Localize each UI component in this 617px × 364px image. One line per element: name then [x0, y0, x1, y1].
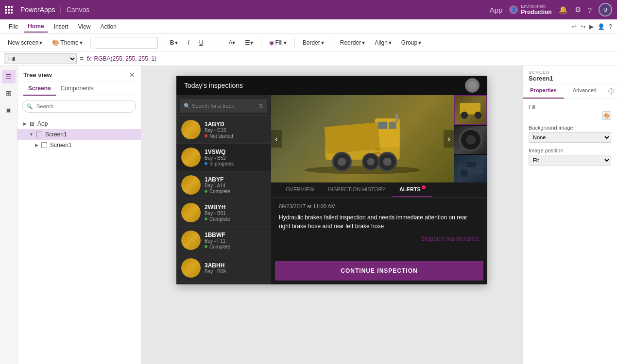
- image-position-select[interactable]: Fit: [529, 155, 611, 165]
- data-icon[interactable]: ⊞: [2, 86, 16, 100]
- bold-button[interactable]: B ▾: [166, 37, 182, 48]
- continue-inspection-button[interactable]: CONTINUE INSPECTION: [275, 261, 483, 281]
- prev-image-button[interactable]: ‹: [271, 130, 282, 148]
- menu-bar: File Home Insert View Action ↩ ↪ ▶ 👤 ?: [0, 19, 617, 34]
- truck-item-0[interactable]: 1ABYD Bay - C15 Not started: [176, 116, 271, 144]
- tab-components[interactable]: Components: [56, 82, 99, 96]
- waffle-icon[interactable]: [5, 6, 13, 14]
- truck-status-0: Not started: [205, 133, 266, 139]
- fill-button[interactable]: ◉ Fill▾: [265, 37, 290, 48]
- align-text-button[interactable]: ☰▾: [241, 37, 257, 48]
- menu-view[interactable]: View: [74, 21, 95, 32]
- group-button[interactable]: Group▾: [397, 37, 425, 48]
- app-label: App: [37, 120, 48, 127]
- group-label: Group: [401, 39, 417, 46]
- detail-panel: ‹ ›: [271, 95, 487, 284]
- undo-icon[interactable]: ↩: [572, 23, 577, 30]
- svg-point-19: [466, 135, 476, 145]
- truck-item-3[interactable]: 2WBYH Bay - B51 Complete: [176, 199, 271, 227]
- controls-icon[interactable]: ▣: [2, 103, 16, 116]
- background-image-select[interactable]: None: [529, 132, 611, 143]
- tree-search-input[interactable]: [22, 100, 136, 113]
- theme-label: Theme: [60, 39, 78, 46]
- status-text-3: Complete: [209, 216, 230, 222]
- fill-paint-icon[interactable]: 🎨: [602, 111, 611, 120]
- strikethrough-button[interactable]: —: [209, 37, 223, 48]
- right-panel-body: Fill 🎨 Background image None Image posit…: [523, 99, 617, 175]
- italic-button[interactable]: I: [184, 37, 193, 48]
- status-text-0: Not started: [209, 133, 233, 139]
- menu-file[interactable]: File: [5, 21, 22, 32]
- theme-button[interactable]: 🎨 Theme ▾: [48, 37, 86, 48]
- environment-block: 👤 Environment Production: [509, 4, 551, 16]
- svg-rect-12: [396, 113, 398, 121]
- truck-item-4[interactable]: 1BBWF Bay - F11 Complete: [176, 227, 271, 254]
- app-frame: Today's inspections 🔍 ⇅: [176, 76, 487, 284]
- truck-thumb-2: [181, 175, 201, 195]
- tree-items: ▶ ⊞ App ▼ Screen1 ▶ Screen1: [17, 116, 141, 364]
- font-input[interactable]: [95, 37, 158, 49]
- svg-rect-11: [389, 121, 396, 129]
- top-bar-right: App 👤 Environment Production 🔔 ⚙ ? U: [490, 3, 612, 17]
- canvas-label: Canvas: [67, 6, 89, 14]
- status-dot-2: [205, 190, 207, 193]
- truck-thumb-1: [181, 148, 201, 167]
- next-image-button[interactable]: ›: [444, 130, 454, 148]
- thumb-item-2[interactable]: [454, 155, 487, 182]
- font-size-button[interactable]: A▾: [224, 37, 239, 48]
- person-icon[interactable]: 👤: [598, 23, 605, 30]
- tree-item-screen1-parent[interactable]: ▼ Screen1: [17, 129, 141, 140]
- truck-info-3: 2WBYH Bay - B51 Complete: [205, 204, 266, 222]
- truck-item-5[interactable]: 3ABHH Bay - B09: [176, 254, 271, 282]
- redo-icon[interactable]: ↪: [581, 23, 585, 30]
- truck-id-0: 1ABYD: [205, 121, 266, 128]
- truck-search-input[interactable]: [180, 99, 267, 113]
- tab-alerts[interactable]: ALERTS: [393, 182, 432, 197]
- truck-item-2[interactable]: 1ABYF Bay - A14 Complete: [176, 171, 271, 199]
- tree-item-screen1-child[interactable]: ▶ Screen1: [17, 140, 141, 150]
- truck-item-1[interactable]: 1VSWQ Bay - B52 In progress: [176, 144, 271, 171]
- underline-button[interactable]: U: [195, 37, 207, 48]
- svg-point-9: [367, 158, 375, 165]
- tab-advanced[interactable]: Advanced: [564, 84, 605, 99]
- thumb-tire-img: [454, 126, 487, 153]
- menu-action[interactable]: Action: [97, 21, 120, 32]
- background-image-property: Background image None: [529, 125, 611, 143]
- thumb-item-1[interactable]: [454, 126, 487, 153]
- status-dot-4: [205, 245, 207, 248]
- new-screen-button[interactable]: New screen ▾: [4, 37, 46, 48]
- toolbar-separator-1: [90, 38, 91, 48]
- truck-list: 🔍 ⇅ 1ABYD Bay - C15 N: [176, 95, 271, 284]
- screen-name: Screen1: [529, 75, 611, 82]
- settings-icon[interactable]: ⚙: [575, 5, 581, 14]
- notification-icon[interactable]: 🔔: [559, 5, 568, 14]
- play-icon[interactable]: ▶: [589, 23, 594, 30]
- property-select[interactable]: Fill: [4, 53, 77, 64]
- tree-close-icon[interactable]: ✕: [129, 71, 135, 79]
- menu-home[interactable]: Home: [24, 21, 48, 33]
- right-panel-help[interactable]: ⓘ: [605, 84, 617, 99]
- truck-status-4: Complete: [205, 244, 266, 249]
- tab-properties[interactable]: Properties: [523, 84, 564, 99]
- user-avatar[interactable]: U: [599, 3, 612, 17]
- image-position-label: Image position: [529, 148, 611, 153]
- dispatch-link[interactable]: Dispatch maintenance: [279, 235, 480, 242]
- tree-item-app[interactable]: ▶ ⊞ App: [17, 118, 141, 129]
- thumb-item-0[interactable]: [454, 95, 487, 125]
- alert-message: Hydraulic brakes failed inspection and n…: [279, 213, 480, 231]
- tab-screens[interactable]: Screens: [23, 82, 56, 96]
- tab-inspection-history[interactable]: INSPECTION HISTORY: [321, 182, 393, 197]
- menu-insert[interactable]: Insert: [50, 21, 72, 32]
- border-button[interactable]: Border▾: [299, 37, 328, 48]
- sort-icon[interactable]: ⇅: [259, 103, 263, 109]
- truck-thumb-0: [181, 120, 201, 139]
- tree-view-icon[interactable]: ☰: [2, 70, 16, 83]
- help-icon[interactable]: ?: [588, 6, 592, 14]
- tab-overview[interactable]: OVERVIEW: [279, 182, 321, 197]
- question-icon[interactable]: ?: [609, 23, 612, 30]
- alert-dot: [422, 185, 426, 189]
- align-button[interactable]: Align▾: [371, 37, 395, 48]
- user-thumb-img: [465, 78, 480, 93]
- svg-point-16: [461, 112, 468, 119]
- reorder-button[interactable]: Reorder▾: [336, 37, 369, 48]
